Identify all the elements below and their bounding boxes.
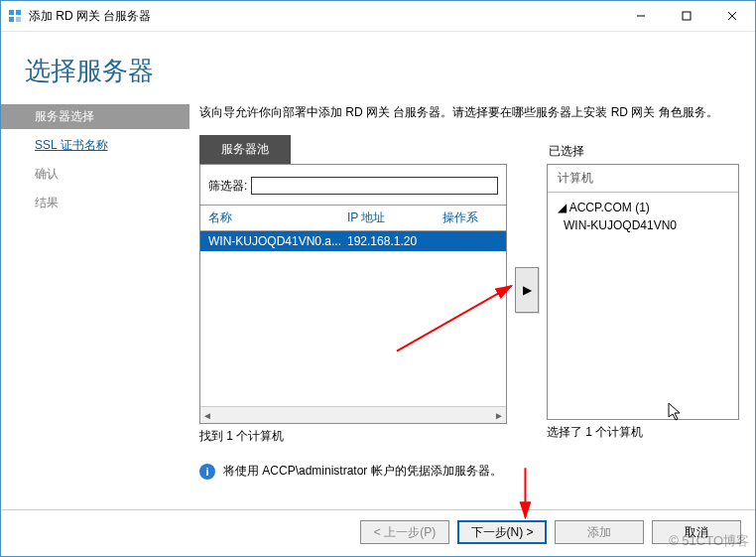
add-button[interactable]: 添加 <box>555 520 644 544</box>
tree-group-label: ACCP.COM (1) <box>569 201 650 214</box>
server-pool-box: 筛选器: 名称 IP 地址 操作系 WIN-KUJOQD41VN0.a... 1… <box>199 164 507 424</box>
wizard-window: 添加 RD 网关 台服务器 选择服务器 服务器选择 SSL 证书名称 <box>0 0 756 557</box>
selected-box: 计算机 ◢ ACCP.COM (1) WIN-KUJOQD41VN0 <box>547 164 739 420</box>
sidebar-item-label: SSL 证书名称 <box>35 138 108 152</box>
filter-label: 筛选器: <box>208 178 247 195</box>
panels: 服务器池 筛选器: 名称 IP 地址 操作系 <box>199 135 739 445</box>
cancel-button[interactable]: 取消 <box>652 520 741 544</box>
chevron-right-icon: ▶ <box>523 283 532 297</box>
sidebar-item-server-selection[interactable]: 服务器选择 <box>1 104 189 129</box>
selected-header: 计算机 <box>548 165 738 193</box>
tree-item[interactable]: WIN-KUJOQD41VN0 <box>558 216 728 234</box>
sidebar-item-confirm: 确认 <box>1 162 189 187</box>
scroll-right-icon[interactable]: ► <box>494 410 504 421</box>
server-pool-list[interactable]: WIN-KUJOQD41VN0.a... 192.168.1.20 <box>200 231 506 406</box>
pool-row-os <box>442 234 498 248</box>
app-icon <box>7 8 23 24</box>
page-header: 选择服务器 <box>1 32 755 98</box>
filter-input[interactable] <box>251 177 498 195</box>
svg-rect-0 <box>9 10 14 15</box>
page-title: 选择服务器 <box>25 54 755 88</box>
collapse-icon[interactable]: ◢ <box>558 201 567 214</box>
info-line: i 将使用 ACCP\administrator 帐户的凭据添加服务器。 <box>199 463 739 480</box>
info-text: 将使用 ACCP\administrator 帐户的凭据添加服务器。 <box>223 463 502 480</box>
transfer-column: ▶ <box>515 135 539 445</box>
minimize-button[interactable] <box>618 1 664 31</box>
previous-button[interactable]: < 上一步(P) <box>360 520 449 544</box>
col-os-header[interactable]: 操作系 <box>442 209 498 226</box>
sidebar-item-result: 结果 <box>1 191 189 215</box>
svg-rect-3 <box>16 17 21 22</box>
selected-panel: 已选择 计算机 ◢ ACCP.COM (1) WIN-KUJOQD41VN0 <box>547 135 739 445</box>
sidebar: 服务器选择 SSL 证书名称 确认 结果 <box>1 98 189 509</box>
sidebar-item-label: 结果 <box>35 196 59 209</box>
info-icon: i <box>199 464 215 480</box>
tree-group[interactable]: ◢ ACCP.COM (1) <box>558 199 728 216</box>
main-content: 该向导允许你向部署中添加 RD 网关 台服务器。请选择要在哪些服务器上安装 RD… <box>189 98 755 509</box>
scroll-left-icon[interactable]: ◄ <box>202 410 212 421</box>
sidebar-item-ssl-cert[interactable]: SSL 证书名称 <box>1 133 189 158</box>
next-button[interactable]: 下一步(N) > <box>457 520 547 544</box>
sidebar-item-label: 确认 <box>35 167 59 181</box>
wizard-footer: < 上一步(P) 下一步(N) > 添加 取消 <box>1 509 755 556</box>
selected-tree[interactable]: ◢ ACCP.COM (1) WIN-KUJOQD41VN0 <box>548 193 738 419</box>
server-pool-tab[interactable]: 服务器池 <box>199 135 291 164</box>
title-bar: 添加 RD 网关 台服务器 <box>1 1 755 32</box>
sidebar-item-label: 服务器选择 <box>35 109 94 123</box>
tree-item-label: WIN-KUJOQD41VN0 <box>564 218 677 232</box>
svg-rect-2 <box>9 17 14 22</box>
pool-columns-header: 名称 IP 地址 操作系 <box>200 205 506 231</box>
selected-count-text: 选择了 1 个计算机 <box>547 424 739 441</box>
description-text: 该向导允许你向部署中添加 RD 网关 台服务器。请选择要在哪些服务器上安装 RD… <box>199 104 739 121</box>
wizard-body: 服务器选择 SSL 证书名称 确认 结果 该向导允许你向部署中添加 RD 网关 … <box>1 98 755 509</box>
selected-label: 已选择 <box>549 143 739 160</box>
found-count-text: 找到 1 个计算机 <box>199 428 507 445</box>
add-to-selected-button[interactable]: ▶ <box>515 267 539 313</box>
server-pool-tab-label: 服务器池 <box>221 142 269 156</box>
server-pool-panel: 服务器池 筛选器: 名称 IP 地址 操作系 <box>199 135 507 445</box>
close-button[interactable] <box>709 1 755 31</box>
pool-row-name: WIN-KUJOQD41VN0.a... <box>208 234 347 248</box>
server-pool-row[interactable]: WIN-KUJOQD41VN0.a... 192.168.1.20 <box>200 231 506 251</box>
pool-row-ip: 192.168.1.20 <box>347 234 442 248</box>
window-controls <box>618 1 755 31</box>
filter-row: 筛选器: <box>200 165 506 205</box>
horizontal-scrollbar[interactable]: ◄ ► <box>200 406 506 423</box>
col-ip-header[interactable]: IP 地址 <box>347 209 442 226</box>
window-title: 添加 RD 网关 台服务器 <box>29 8 151 25</box>
col-name-header[interactable]: 名称 <box>208 209 347 226</box>
svg-rect-1 <box>16 10 21 15</box>
svg-rect-5 <box>683 12 691 20</box>
maximize-button[interactable] <box>664 1 709 31</box>
